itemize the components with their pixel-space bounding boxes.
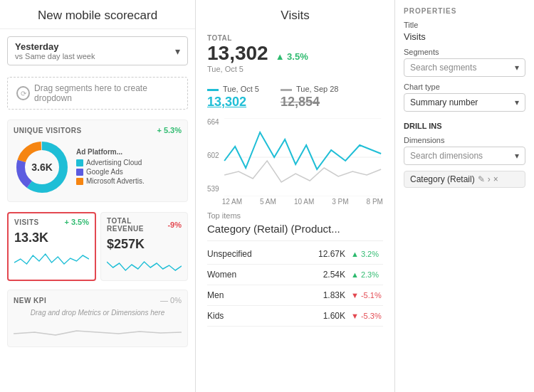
x-axis: 12 AM 5 AM 10 AM 3 PM 8 PM (222, 198, 383, 206)
item-val-2: 1.83K (323, 290, 345, 300)
y-label-664: 664 (207, 118, 219, 126)
revenue-kpi-change: -9% (167, 221, 182, 229)
middle-panel: Visits TOTAL 13,302 ▲ 3.5% Tue, Oct 5 Tu… (196, 0, 395, 392)
chart-area: 664 602 539 12 AM 5 AM 10 (207, 118, 383, 206)
x-label-3pm: 3 PM (332, 198, 348, 206)
x-label-5am: 5 AM (260, 198, 276, 206)
chart-type-select[interactable]: Summary number ▾ (404, 93, 525, 112)
chevron-down-icon: ▾ (515, 97, 519, 107)
close-icon[interactable]: × (493, 174, 498, 184)
revenue-kpi-label: TOTAL REVENUE (107, 217, 167, 233)
comp-date-1: Tue, Sep 28 (296, 85, 339, 93)
left-panel: New mobile scorecard Yesterday vs Same d… (0, 0, 196, 392)
y-label-539: 539 (207, 185, 219, 193)
item-val-3: 1.60K (323, 311, 345, 321)
legend-label-2: Microsoft Advertis. (86, 177, 145, 185)
dimensions-label: Dimensions (404, 136, 525, 144)
chart-type-value: Summary number (410, 97, 478, 107)
revenue-kpi-card[interactable]: TOTAL REVENUE -9% $257K (100, 212, 188, 281)
legend-label-0: Advertising Cloud (86, 159, 142, 166)
legend-item-0: Advertising Cloud (76, 159, 182, 166)
item-name-1: Women (207, 270, 323, 280)
legend-item-2: Microsoft Advertis. (76, 177, 182, 185)
visits-comparison: Tue, Oct 5 13,302 Tue, Sep 28 12,854 (196, 79, 394, 115)
total-label: TOTAL (207, 34, 383, 42)
legend-item-1: Google Ads (76, 168, 182, 176)
right-panel: PROPERTIES Title Visits Segments Search … (395, 0, 534, 392)
item-change-0: ▲ 3.2% (351, 250, 383, 258)
kpi-row: VISITS + 3.5% 13.3K TOTAL REVENUE -9% $2… (7, 212, 188, 281)
total-number: 13,302 (207, 42, 268, 65)
item-name-3: Kids (207, 311, 323, 321)
x-label-8pm: 8 PM (367, 198, 383, 206)
scorecard-title: New mobile scorecard (0, 0, 195, 29)
comp-num-0: 13,302 (207, 95, 259, 110)
item-change-2: ▼ -5.1% (351, 291, 383, 300)
dimensions-placeholder: Search dimensions (410, 151, 483, 161)
unique-visitors-card: UNIQUE VISITORS + 5.3% 3.6K Ad Platform.… (7, 120, 188, 202)
table-row: Men 1.83K ▼ -5.1% (207, 285, 383, 306)
visits-panel-title: Visits (196, 0, 394, 28)
date-selector[interactable]: Yesterday vs Same day last week ▾ (7, 36, 188, 65)
revenue-kpi-header: TOTAL REVENUE -9% (107, 217, 182, 233)
chevron-down-icon: ▾ (515, 151, 519, 161)
new-kpi-label: NEW KPI (14, 297, 46, 304)
y-label-602: 602 (207, 152, 219, 159)
chevron-right-icon[interactable]: › (488, 174, 491, 184)
segments-placeholder: Search segments (410, 63, 476, 73)
date-sub: vs Same day last week (15, 52, 95, 60)
comp-item-0: Tue, Oct 5 13,302 (207, 85, 259, 110)
drag-icon: ⟳ (16, 86, 30, 100)
segments-label: Segments (404, 48, 525, 56)
item-change-1: ▲ 2.3% (351, 270, 383, 279)
comp-num-1: 12,854 (281, 95, 339, 110)
dimension-tag-label: Category (Retail) (410, 174, 475, 184)
visits-sparkline (14, 248, 89, 270)
visits-kpi-change: + 3.5% (64, 218, 89, 226)
chart-svg-area: 12 AM 5 AM 10 AM 3 PM 8 PM (222, 118, 383, 206)
new-kpi-header: NEW KPI — 0% (14, 296, 182, 304)
revenue-sparkline (107, 255, 182, 276)
new-kpi-sparkline (14, 319, 182, 341)
dimensions-select[interactable]: Search dimensions ▾ (404, 147, 525, 165)
visitors-content: 3.6K Ad Platform... Advertising Cloud Go… (14, 139, 182, 196)
item-val-0: 12.67K (318, 249, 345, 259)
legend-dot-1 (76, 169, 83, 176)
top-items-label: Top items (207, 211, 383, 220)
visitors-value: 3.6K (31, 161, 53, 173)
visits-kpi-value: 13.3K (14, 231, 89, 245)
visitors-label: UNIQUE VISITORS (14, 127, 82, 134)
item-val-1: 2.54K (323, 270, 345, 280)
segments-select[interactable]: Search segments ▾ (404, 58, 525, 77)
properties-section-title: PROPERTIES (404, 7, 525, 15)
visits-kpi-card[interactable]: VISITS + 3.5% 13.3K (7, 212, 96, 281)
total-change: ▲ 3.5% (276, 51, 308, 62)
total-date: Tue, Oct 5 (207, 65, 383, 73)
item-name-0: Unspecified (207, 249, 318, 259)
chevron-down-icon: ▾ (175, 46, 180, 57)
edit-icon[interactable]: ✎ (478, 174, 485, 184)
new-kpi-card[interactable]: NEW KPI — 0% Drag and drop Metrics or Di… (7, 290, 188, 347)
donut-chart: 3.6K (14, 139, 70, 196)
date-selector-text: Yesterday vs Same day last week (15, 41, 95, 60)
visits-total-section: TOTAL 13,302 ▲ 3.5% Tue, Oct 5 (196, 28, 394, 79)
date-main: Yesterday (15, 41, 95, 52)
top-items-section: Top items Category (Retail) (Product... … (196, 206, 394, 332)
legend-label-1: Google Ads (86, 168, 123, 176)
visits-kpi-label: VISITS (14, 218, 39, 226)
title-label: Title (404, 21, 525, 29)
dimension-tag: Category (Retail) ✎ › × (404, 171, 525, 188)
visitors-change: + 5.3% (157, 126, 182, 134)
comp-date-0: Tue, Oct 5 (223, 85, 259, 93)
drag-segments-area: ⟳ Drag segments here to create dropdown (7, 77, 188, 110)
table-row: Kids 1.60K ▼ -5.3% (207, 306, 383, 327)
drill-ins-label: DRILL INS (404, 122, 525, 130)
new-kpi-desc: Drag and drop Metrics or Dimensions here (14, 309, 182, 317)
visitors-legend: Ad Platform... Advertising Cloud Google … (76, 148, 182, 186)
y-axis: 664 602 539 (207, 118, 219, 206)
x-label-12am: 12 AM (222, 198, 242, 206)
legend-title: Ad Platform... (76, 148, 182, 156)
x-label-10am: 10 AM (294, 198, 314, 206)
top-items-category: Category (Retail) (Product... (207, 223, 383, 235)
visits-kpi-header: VISITS + 3.5% (14, 218, 89, 226)
